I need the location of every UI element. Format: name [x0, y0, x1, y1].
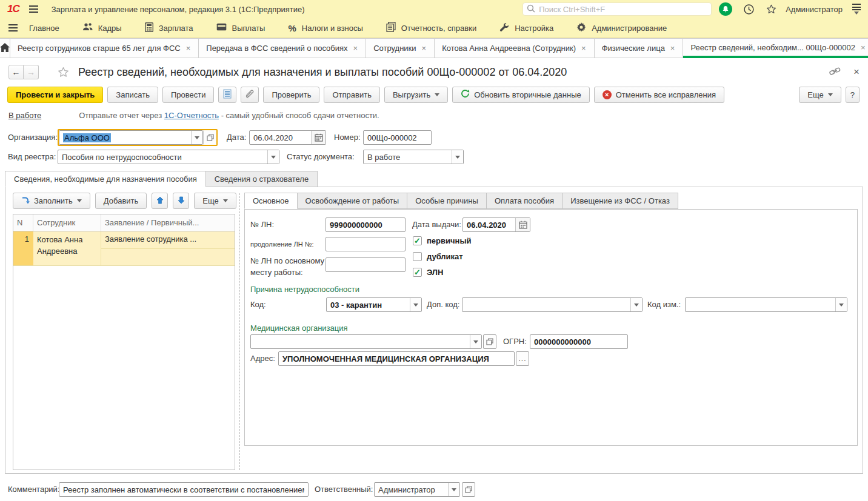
tab-individuals[interactable]: Физические лица ×: [595, 38, 684, 58]
main-ln-input[interactable]: [326, 257, 406, 272]
dropdown-arrow-icon[interactable]: [191, 131, 202, 144]
registry-kind-combobox[interactable]: Пособия по нетрудоспособности: [58, 150, 279, 164]
responsible-combobox[interactable]: Администратор: [374, 482, 460, 497]
ln-input[interactable]: [326, 217, 406, 232]
close-document-icon[interactable]: ×: [853, 66, 860, 78]
doc-status-combobox[interactable]: В работе: [363, 150, 464, 164]
tab-benefit-info[interactable]: Сведения, необходимые для назначения пос…: [5, 171, 206, 187]
menu-item-taxes[interactable]: % Налоги и взносы: [276, 18, 374, 38]
menu-item-personnel[interactable]: Кадры: [71, 18, 133, 38]
date-field[interactable]: 06.04.2020: [249, 130, 326, 145]
tab-fss-benefits[interactable]: Передача в ФСС сведений о пособиях ×: [199, 38, 366, 58]
add-row-button[interactable]: Добавить: [95, 193, 147, 209]
table-more-button[interactable]: Еще: [194, 193, 236, 209]
write-button[interactable]: Записать: [107, 87, 158, 103]
send-button[interactable]: Отправить: [324, 87, 379, 103]
tab-close-icon[interactable]: ×: [670, 44, 676, 53]
functions-menu-icon[interactable]: [852, 4, 861, 15]
tab-detail-special[interactable]: Особые причины: [407, 193, 487, 209]
dropdown-arrow-icon[interactable]: [452, 150, 463, 164]
document-structure-button[interactable]: [218, 87, 236, 103]
check-button[interactable]: Проверить: [263, 87, 319, 103]
tab-insurer-info[interactable]: Сведения о страхователе: [205, 171, 318, 187]
col-header-n[interactable]: N: [13, 214, 33, 231]
tab-close-icon[interactable]: ×: [185, 44, 192, 53]
home-tab-button[interactable]: [0, 38, 10, 58]
col-header-employee[interactable]: Сотрудник: [33, 214, 101, 231]
document-state-link[interactable]: В работе: [8, 111, 41, 120]
tab-detail-main[interactable]: Основное: [244, 193, 298, 209]
table-row[interactable]: 1 Котова АннаАндреевна Заявление сотрудн…: [13, 231, 235, 266]
refresh-secondary-button[interactable]: Обновить вторичные данные: [452, 87, 590, 103]
change-code-combobox[interactable]: [685, 297, 847, 312]
current-user[interactable]: Администратор: [786, 5, 843, 14]
attachments-button[interactable]: [241, 87, 259, 103]
tab-detail-release[interactable]: Освобождение от работы: [297, 193, 408, 209]
comment-input[interactable]: [59, 482, 309, 497]
back-button[interactable]: ←: [8, 65, 24, 79]
responsible-open-button[interactable]: [462, 482, 475, 497]
add-code-combobox[interactable]: [462, 297, 643, 312]
dropdown-arrow-icon[interactable]: [410, 298, 421, 311]
address-input[interactable]: [278, 351, 515, 366]
move-up-button[interactable]: [152, 193, 168, 209]
ogrn-input[interactable]: [530, 334, 628, 349]
issue-date-field[interactable]: 06.04.2020: [462, 217, 530, 232]
tab-registry-65[interactable]: Реестр сотрудников старше 65 лет для ФСС…: [10, 38, 199, 58]
get-link-icon[interactable]: [829, 67, 841, 78]
post-button[interactable]: Провести: [162, 87, 215, 103]
dropdown-arrow-icon[interactable]: [267, 150, 279, 164]
favorite-star-icon[interactable]: [57, 66, 70, 79]
employee-table[interactable]: N Сотрудник Заявление / Первичный... 1 К…: [13, 214, 235, 470]
forward-button[interactable]: →: [24, 65, 39, 79]
tab-close-icon[interactable]: ×: [860, 43, 866, 52]
onec-reporting-link[interactable]: 1С-Отчетность: [164, 111, 219, 120]
dropdown-arrow-icon[interactable]: [835, 298, 847, 311]
more-button[interactable]: Еще: [799, 87, 841, 103]
primary-checkbox[interactable]: ✓ первичный: [413, 236, 472, 245]
favorites-star-icon[interactable]: [766, 4, 777, 15]
calendar-icon[interactable]: [515, 218, 530, 231]
menu-item-main[interactable]: Главное: [18, 18, 71, 38]
tab-registry-info-active[interactable]: Реестр сведений, необходим... 00Що-00000…: [683, 38, 868, 58]
medical-org-open-button[interactable]: [483, 334, 496, 349]
menu-item-settings[interactable]: Настройка: [488, 18, 565, 38]
dropdown-arrow-icon[interactable]: [448, 483, 459, 496]
tab-detail-notice[interactable]: Извещение из ФСС / Отказ: [562, 193, 678, 209]
dropdown-arrow-icon[interactable]: [630, 298, 642, 311]
address-ellipsis-button[interactable]: ...: [516, 351, 529, 366]
fill-button[interactable]: Заполнить: [13, 193, 90, 209]
tab-close-icon[interactable]: ×: [421, 44, 427, 53]
continuation-ln-input[interactable]: [326, 237, 406, 251]
menu-item-reports[interactable]: Отчетность, справки: [375, 18, 488, 38]
cancel-all-fixes-button[interactable]: × Отменить все исправления: [594, 87, 724, 103]
help-button[interactable]: ?: [846, 87, 860, 103]
unload-button[interactable]: Выгрузить: [384, 87, 448, 103]
number-input[interactable]: [363, 130, 432, 145]
tab-employees[interactable]: Сотрудники ×: [366, 38, 435, 58]
history-icon[interactable]: [743, 4, 755, 15]
tab-detail-payment[interactable]: Оплата пособия: [486, 193, 563, 209]
menu-item-salary[interactable]: Зарплата: [133, 18, 205, 38]
duplicate-checkbox[interactable]: ✓ дубликат: [413, 252, 463, 261]
org-combobox[interactable]: Альфа ООО: [59, 130, 203, 145]
menu-item-administration[interactable]: Администрирование: [565, 18, 678, 38]
medical-org-combobox[interactable]: [250, 334, 482, 349]
panel-splitter[interactable]: [239, 193, 240, 470]
eln-checkbox[interactable]: ✓ ЭЛН: [413, 268, 443, 277]
notifications-bell-icon[interactable]: [719, 2, 732, 16]
tab-close-icon[interactable]: ×: [353, 44, 359, 53]
move-down-button[interactable]: [173, 193, 189, 209]
menu-item-payments[interactable]: Выплаты: [205, 18, 277, 38]
system-menu-icon[interactable]: [29, 5, 38, 13]
org-open-button[interactable]: [203, 130, 216, 145]
tab-close-icon[interactable]: ×: [581, 44, 587, 53]
sections-hamburger-icon[interactable]: [8, 24, 18, 32]
dropdown-arrow-icon[interactable]: [470, 335, 481, 348]
post-and-close-button[interactable]: Провести и закрыть: [7, 87, 103, 103]
col-header-application[interactable]: Заявление / Первичный...: [101, 214, 235, 231]
global-search[interactable]: [522, 2, 712, 16]
calendar-icon[interactable]: [311, 131, 326, 144]
code-combobox[interactable]: 03 - карантин: [326, 297, 422, 312]
search-input[interactable]: [539, 5, 707, 14]
